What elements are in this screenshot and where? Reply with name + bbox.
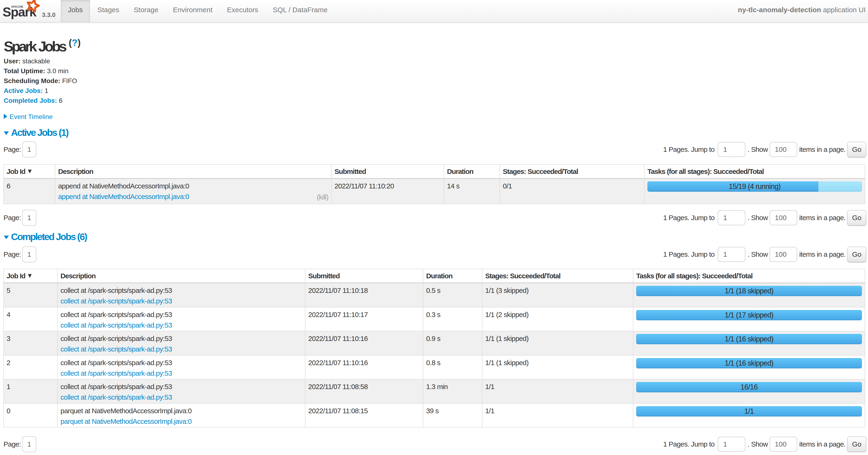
svg-text:Spark: Spark [3, 5, 37, 19]
